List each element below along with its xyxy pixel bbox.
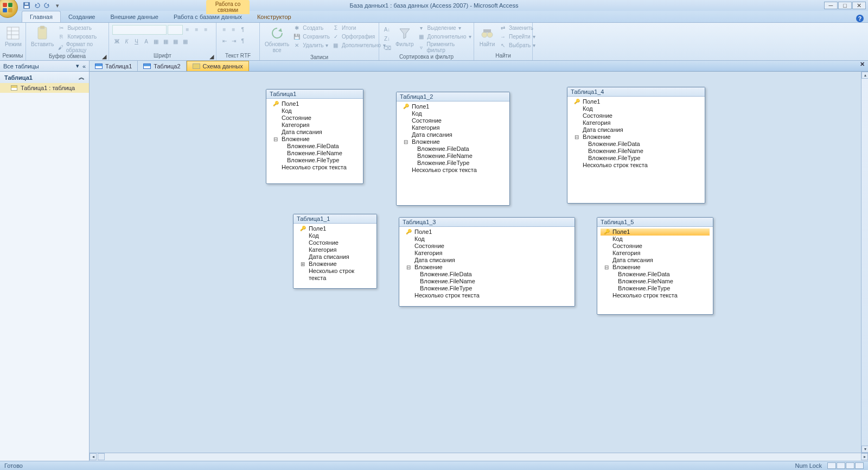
table-field[interactable]: Поле1 — [400, 103, 506, 110]
chevron-down-icon[interactable]: ▾ — [76, 62, 79, 69]
table-field[interactable]: Дата списания — [297, 253, 373, 261]
totals-button[interactable]: ΣИтоги — [332, 24, 386, 31]
indent-dec-button[interactable]: ⇤ — [220, 36, 229, 46]
table-field[interactable]: Вложение.FileType — [400, 160, 506, 167]
relationship-canvas[interactable]: Таблица1Поле1КодСостояниеКатегорияДата с… — [90, 72, 861, 453]
doc-tab-table1[interactable]: Таблица1 — [90, 61, 138, 71]
table-field[interactable]: Вложение.FileName — [571, 148, 701, 155]
copy-button[interactable]: ⎘Копировать — [58, 33, 105, 40]
font-name-input[interactable] — [112, 25, 167, 35]
close-button[interactable]: ✕ — [852, 2, 866, 9]
table-field[interactable]: Вложение — [400, 138, 506, 145]
bullets-button[interactable]: ≡ — [220, 25, 229, 34]
font-size-input[interactable] — [168, 25, 183, 35]
select-button[interactable]: ↖Выбрать▾ — [499, 41, 535, 49]
underline-button[interactable]: Ч — [132, 37, 141, 46]
table-field[interactable]: Код — [270, 107, 360, 115]
tab-designer[interactable]: Конструктор — [250, 11, 299, 22]
table-field[interactable]: Код — [297, 232, 373, 239]
bold-button[interactable]: Ж — [112, 37, 122, 46]
filter-advanced-button[interactable]: ▦Дополнительно▾ — [418, 33, 471, 40]
table-field[interactable]: Состояние — [297, 239, 373, 246]
format-painter-button[interactable]: 🖌Формат по образцу — [58, 41, 105, 53]
table-field[interactable]: Вложение.FileData — [400, 145, 506, 153]
redo-icon[interactable] — [42, 1, 52, 10]
table-box-b3[interactable]: Таблица1_4Поле1КодСостояниеКатегорияДата… — [567, 87, 705, 204]
goto-button[interactable]: →Перейти▾ — [499, 33, 535, 40]
paste-button[interactable]: Вставить — [28, 24, 56, 53]
view-button-3[interactable] — [846, 462, 854, 469]
clear-sort-button[interactable]: ⌫ — [382, 43, 392, 53]
gridlines-button[interactable]: ▦ — [171, 37, 180, 46]
font-color-button[interactable]: A — [142, 37, 151, 46]
table-box-header[interactable]: Таблица1_4 — [567, 87, 705, 97]
table-field[interactable]: Вложение — [403, 264, 571, 271]
table-box-b4[interactable]: Таблица1_1Поле1КодСостояниеКатегорияДата… — [293, 214, 377, 289]
clipboard-launcher-icon[interactable]: ◢ — [101, 53, 107, 60]
minimize-button[interactable]: ─ — [824, 2, 838, 9]
nav-header[interactable]: Все таблицы ▾ « — [0, 61, 89, 72]
table-field[interactable]: Несколько строк текста — [400, 167, 506, 174]
table-field[interactable]: Состояние — [571, 112, 701, 119]
indent-inc-button[interactable]: ⇥ — [229, 36, 238, 46]
find-button[interactable]: Найти — [476, 24, 498, 53]
table-box-b2[interactable]: Таблица1_2Поле1КодСостояниеКатегорияДата… — [396, 92, 510, 206]
table-field[interactable]: Категория — [571, 119, 701, 126]
table-field[interactable]: Категория — [400, 124, 506, 131]
create-record-button[interactable]: ✱Создать — [293, 24, 330, 31]
doc-tab-schema[interactable]: Схема данных — [187, 61, 249, 71]
table-field[interactable]: Дата списания — [400, 131, 506, 138]
scroll-left-icon[interactable]: ◂ — [90, 453, 97, 460]
align-center-button[interactable]: ≡ — [192, 25, 201, 34]
table-field[interactable]: Категория — [270, 122, 360, 129]
sort-desc-button[interactable]: Z↓ — [382, 34, 392, 43]
qat-more-icon[interactable]: ▾ — [53, 1, 62, 10]
cut-button[interactable]: ✂Вырезать — [58, 24, 105, 31]
view-button-4[interactable] — [855, 462, 864, 469]
table-field[interactable]: Код — [601, 236, 710, 243]
more-records-button[interactable]: ▦Дополнительно▾ — [332, 41, 386, 49]
table-box-header[interactable]: Таблица1 — [266, 90, 363, 99]
table-field[interactable]: Вложение.FileData — [403, 271, 571, 278]
view-button-1[interactable] — [827, 462, 836, 469]
scroll-up-icon[interactable]: ▴ — [861, 72, 868, 79]
table-field[interactable]: Состояние — [601, 243, 710, 250]
table-field[interactable]: Поле1 — [270, 100, 360, 107]
table-box-b6[interactable]: Таблица1_5Поле1КодСостояниеКатегорияДата… — [597, 217, 713, 315]
spelling-button[interactable]: ✓Орфография — [332, 33, 386, 40]
table-field[interactable]: Состояние — [400, 117, 506, 124]
scroll-right-icon[interactable]: ▸ — [861, 453, 868, 460]
table-box-header[interactable]: Таблица1_1 — [293, 214, 376, 224]
vertical-scrollbar[interactable]: ▴ ▾ — [861, 72, 868, 453]
table-field[interactable]: Вложение.FileType — [270, 157, 360, 164]
table-field[interactable]: Вложение.FileType — [571, 155, 701, 162]
table-field[interactable]: Поле1 — [297, 225, 373, 232]
toggle-filter-button[interactable]: ▿Применить фильтр — [418, 41, 471, 53]
help-icon[interactable]: ? — [856, 15, 864, 22]
delete-record-button[interactable]: ✕Удалить▾ — [293, 41, 330, 49]
align-right-button[interactable]: ≡ — [201, 25, 210, 34]
refresh-all-button[interactable]: Обновить все — [262, 24, 292, 54]
table-field[interactable]: Вложение — [571, 134, 701, 141]
scroll-down-icon[interactable]: ▾ — [861, 446, 868, 453]
table-box-b5[interactable]: Таблица1_3Поле1КодСостояниеКатегорияДата… — [399, 217, 575, 307]
table-field[interactable]: Вложение — [601, 264, 710, 271]
view-button-2[interactable] — [837, 462, 845, 469]
maximize-button[interactable]: □ — [838, 2, 852, 9]
scroll-thumb[interactable] — [98, 453, 105, 460]
italic-button[interactable]: К — [122, 37, 131, 46]
altrow-button[interactable]: ▦ — [181, 37, 190, 46]
document-close-button[interactable]: ✕ — [857, 61, 868, 71]
table-field[interactable]: Поле1 — [403, 228, 571, 236]
table-field[interactable]: Несколько строк текста — [601, 292, 710, 299]
ltr-button[interactable]: ¶ — [238, 25, 247, 34]
highlight-button[interactable]: ▦ — [151, 37, 161, 46]
table-field[interactable]: Дата списания — [571, 126, 701, 134]
fill-color-button[interactable]: ▦ — [161, 37, 170, 46]
table-field[interactable]: Вложение.FileData — [601, 271, 710, 278]
doc-tab-table2[interactable]: Таблица2 — [138, 61, 186, 71]
tab-home[interactable]: Главная — [22, 11, 61, 22]
table-field[interactable]: Состояние — [403, 243, 571, 250]
table-field[interactable]: Состояние — [270, 115, 360, 122]
mode-button[interactable]: Режим — [2, 24, 24, 53]
